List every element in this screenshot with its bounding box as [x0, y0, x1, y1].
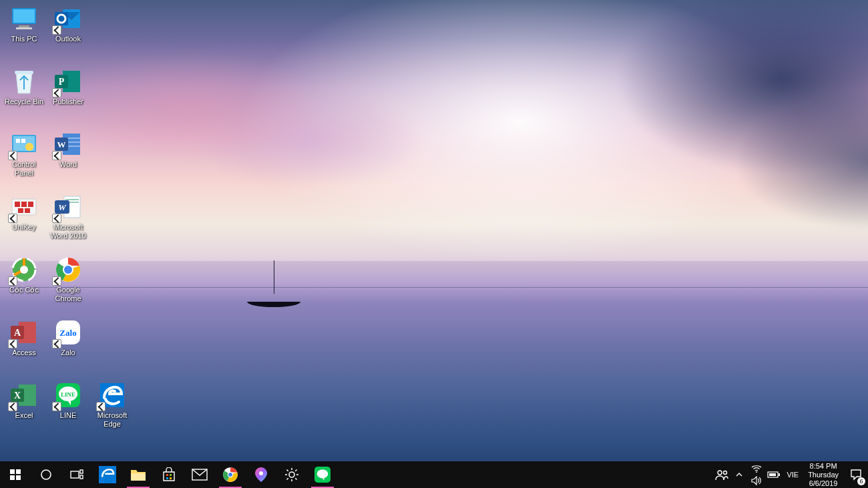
maps-pin-icon — [254, 467, 268, 483]
svg-point-55 — [41, 470, 51, 479]
desktop-icons-grid: This PC Outlook Recycle Bin P Publisher — [0, 0, 136, 442]
svg-rect-62 — [170, 474, 172, 476]
wallpaper-cloud — [454, 0, 868, 240]
edge-icon — [99, 466, 116, 483]
task-view-button[interactable] — [61, 461, 92, 488]
svg-rect-58 — [80, 475, 83, 479]
svg-rect-26 — [18, 208, 23, 213]
svg-text:W: W — [57, 140, 66, 150]
people-icon — [715, 469, 728, 481]
desktop-icon-publisher[interactable]: P Publisher — [47, 65, 89, 126]
svg-rect-57 — [80, 470, 83, 473]
word-icon: W — [53, 130, 83, 159]
tray-chevron-button[interactable] — [730, 461, 748, 488]
notification-badge: 6 — [857, 477, 865, 485]
desktop-icon-label: Microsoft Edge — [91, 411, 134, 429]
desktop-icon-label: Control Panel — [3, 160, 45, 178]
desktop-icon-label: Excel — [15, 411, 33, 420]
line-icon — [314, 467, 331, 483]
svg-line-78 — [295, 470, 296, 471]
desktop-icon-word-2010[interactable]: W Microsoft Word 2010 — [47, 191, 89, 251]
system-tray: VIE 8:54 PM Thursday 6/6/2019 6 — [713, 461, 868, 488]
desktop-icon-label: Outlook — [55, 35, 81, 43]
task-view-icon — [70, 469, 83, 480]
publisher-icon: P — [53, 67, 83, 96]
taskbar-app-store[interactable] — [154, 461, 184, 488]
desktop-icon-recycle-bin[interactable]: Recycle Bin — [3, 65, 45, 126]
mail-icon — [192, 469, 208, 481]
svg-rect-24 — [21, 202, 27, 207]
shortcut-overlay-icon — [52, 25, 61, 35]
desktop-icon-coc-coc[interactable]: Cốc Cốc — [3, 254, 45, 314]
desktop-icon-word[interactable]: W Word — [47, 128, 89, 188]
svg-rect-27 — [25, 208, 30, 213]
desktop-icon-label: Microsoft Word 2010 — [47, 223, 89, 240]
desktop-icon-line[interactable]: LINE LINE — [47, 379, 89, 439]
taskbar-app-mail[interactable] — [184, 461, 215, 488]
desktop[interactable]: This PC Outlook Recycle Bin P Publisher — [0, 0, 868, 488]
taskbar-app-file-explorer[interactable] — [123, 461, 154, 488]
desktop-icon-access[interactable]: A Access — [3, 316, 45, 377]
desktop-icon-unikey[interactable]: UniKey — [3, 191, 45, 251]
svg-rect-52 — [16, 469, 21, 474]
svg-text:W: W — [58, 202, 67, 212]
wallpaper-boat — [247, 294, 300, 314]
wifi-icon — [751, 465, 762, 473]
desktop-icon-label: UniKey — [12, 223, 35, 232]
desktop-icon-outlook[interactable]: Outlook — [47, 3, 89, 63]
zalo-icon: Zalo — [53, 318, 83, 347]
svg-point-80 — [317, 469, 329, 478]
shortcut-overlay-icon — [52, 88, 61, 97]
taskbar-app-maps[interactable] — [246, 461, 276, 488]
desktop-icon-chrome[interactable]: Google Chrome — [47, 254, 89, 314]
taskbar-app-chrome[interactable] — [215, 461, 246, 488]
svg-line-75 — [287, 470, 288, 471]
edge-icon — [97, 381, 127, 410]
desktop-icon-edge[interactable]: Microsoft Edge — [91, 379, 134, 439]
volume-icon — [751, 476, 762, 485]
svg-rect-64 — [170, 477, 172, 479]
shortcut-overlay-icon — [8, 214, 17, 223]
wifi-button[interactable] — [749, 463, 764, 475]
language-indicator[interactable]: VIE — [783, 461, 803, 488]
taskbar-app-edge[interactable] — [92, 461, 123, 488]
desktop-icon-zalo[interactable]: Zalo Zalo — [47, 316, 89, 377]
taskbar: VIE 8:54 PM Thursday 6/6/2019 6 — [0, 461, 868, 488]
desktop-icon-control-panel[interactable]: Control Panel — [3, 128, 45, 188]
svg-point-38 — [64, 266, 72, 274]
shortcut-overlay-icon — [8, 151, 17, 160]
clock-button[interactable]: 8:54 PM Thursday 6/6/2019 — [803, 461, 844, 488]
desktop-icon-label: Cốc Cốc — [9, 286, 39, 294]
svg-text:A: A — [14, 328, 21, 338]
file-explorer-icon — [130, 467, 146, 482]
shortcut-overlay-icon — [8, 402, 17, 411]
volume-button[interactable] — [749, 475, 764, 487]
desktop-icon-this-pc[interactable]: This PC — [3, 3, 45, 63]
chrome-icon — [53, 255, 83, 284]
this-pc-icon — [9, 4, 39, 33]
shortcut-overlay-icon — [52, 151, 61, 160]
start-button[interactable] — [0, 461, 31, 488]
taskbar-app-settings[interactable] — [276, 461, 307, 488]
shortcut-overlay-icon — [52, 214, 61, 223]
svg-rect-7 — [15, 71, 33, 74]
svg-rect-3 — [16, 27, 32, 29]
taskbar-app-line[interactable] — [307, 461, 338, 488]
svg-rect-51 — [10, 469, 15, 474]
svg-rect-54 — [16, 475, 21, 480]
svg-rect-63 — [166, 477, 168, 479]
battery-button[interactable] — [765, 461, 783, 488]
svg-point-35 — [20, 266, 28, 274]
svg-rect-29 — [65, 199, 79, 200]
access-icon: A — [9, 318, 39, 347]
clock-time: 8:54 PM — [810, 462, 837, 471]
people-button[interactable] — [713, 461, 730, 488]
svg-rect-56 — [71, 471, 79, 478]
cortana-button[interactable] — [31, 461, 61, 488]
desktop-icon-excel[interactable]: X Excel — [3, 379, 45, 439]
desktop-icon-label: This PC — [11, 35, 37, 43]
action-center-button[interactable]: 6 — [844, 461, 868, 488]
desktop-icon-label: Zalo — [61, 348, 75, 357]
shortcut-overlay-icon — [52, 339, 61, 348]
shortcut-overlay-icon — [8, 276, 17, 286]
